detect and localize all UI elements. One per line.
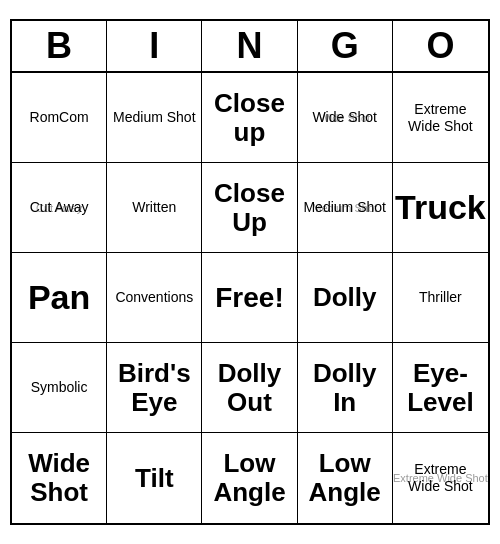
- cell-text: Conventions: [115, 289, 193, 306]
- bingo-cell[interactable]: Low Angle: [298, 433, 393, 523]
- bingo-cell[interactable]: Medium Shot: [107, 73, 202, 163]
- cell-text: Extreme Wide Shot: [397, 101, 484, 135]
- bingo-cell[interactable]: Close Up: [202, 163, 297, 253]
- cell-text: Close Up: [206, 179, 292, 236]
- cell-text: Tilt: [135, 464, 174, 493]
- bingo-cell[interactable]: Pan: [12, 253, 107, 343]
- cell-text: Pan: [28, 279, 90, 316]
- cell-text: Cut Away: [30, 199, 89, 216]
- bingo-cell[interactable]: Dolly: [298, 253, 393, 343]
- bingo-cell[interactable]: RomCom: [12, 73, 107, 163]
- bingo-card: BINGO RomComMedium ShotClose upWide Shot…: [10, 19, 490, 525]
- bingo-cell[interactable]: Dolly Out: [202, 343, 297, 433]
- bingo-cell[interactable]: Tilt: [107, 433, 202, 523]
- cell-text: Medium Shot: [113, 109, 195, 126]
- bingo-cell[interactable]: Close up: [202, 73, 297, 163]
- cell-text: Bird's Eye: [111, 359, 197, 416]
- cell-text: Close up: [206, 89, 292, 146]
- cell-text: Wide Shot: [312, 109, 377, 126]
- cell-text: Dolly: [313, 283, 377, 312]
- bingo-cell[interactable]: Cut AwayCut Away: [12, 163, 107, 253]
- cell-text: Eye-Level: [397, 359, 484, 416]
- cell-text: Truck: [395, 189, 486, 226]
- bingo-cell[interactable]: Extreme Wide Shot: [393, 73, 488, 163]
- bingo-cell[interactable]: Thriller: [393, 253, 488, 343]
- bingo-cell[interactable]: Low Angle: [202, 433, 297, 523]
- cell-text: Thriller: [419, 289, 462, 306]
- cell-text: Dolly Out: [206, 359, 292, 416]
- cell-text: Written: [132, 199, 176, 216]
- header-letter: N: [202, 21, 297, 71]
- bingo-cell[interactable]: Wide Shot: [12, 433, 107, 523]
- cell-text: Free!: [215, 282, 283, 314]
- bingo-cell[interactable]: Dolly In: [298, 343, 393, 433]
- bingo-cell[interactable]: Extreme Wide ShotExtreme Wide Shot: [393, 433, 488, 523]
- bingo-header: BINGO: [12, 21, 488, 73]
- bingo-cell[interactable]: Eye-Level: [393, 343, 488, 433]
- cell-text: Extreme Wide Shot: [397, 461, 484, 495]
- cell-text: Wide Shot: [16, 449, 102, 506]
- header-letter: O: [393, 21, 488, 71]
- cell-text: Symbolic: [31, 379, 88, 396]
- cell-text: Low Angle: [302, 449, 388, 506]
- bingo-cell[interactable]: Symbolic: [12, 343, 107, 433]
- cell-text: Medium Shot: [303, 199, 385, 216]
- header-letter: G: [298, 21, 393, 71]
- cell-text: Dolly In: [302, 359, 388, 416]
- cell-text: RomCom: [30, 109, 89, 126]
- bingo-cell[interactable]: Written: [107, 163, 202, 253]
- bingo-cell[interactable]: Wide ShotWide Shot: [298, 73, 393, 163]
- bingo-cell[interactable]: Bird's Eye: [107, 343, 202, 433]
- bingo-cell[interactable]: Free!: [202, 253, 297, 343]
- header-letter: B: [12, 21, 107, 71]
- bingo-grid: RomComMedium ShotClose upWide ShotWide S…: [12, 73, 488, 523]
- cell-text: Low Angle: [206, 449, 292, 506]
- bingo-cell[interactable]: Conventions: [107, 253, 202, 343]
- header-letter: I: [107, 21, 202, 71]
- bingo-cell[interactable]: Truck: [393, 163, 488, 253]
- bingo-cell[interactable]: Medium ShotMedium Shot: [298, 163, 393, 253]
